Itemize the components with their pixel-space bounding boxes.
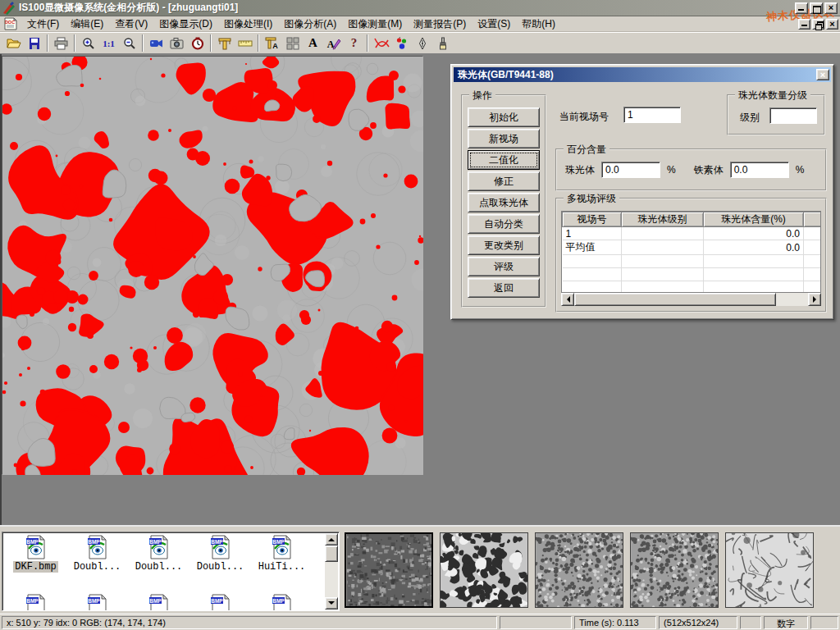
print-icon[interactable] xyxy=(51,34,71,52)
mdi-restore-button[interactable] xyxy=(812,19,824,30)
measure-text-icon[interactable]: A xyxy=(262,34,282,52)
actual-size-icon[interactable]: 1:1 xyxy=(98,34,119,52)
col-pearlite-grade[interactable]: 珠光体级别 xyxy=(622,212,704,227)
ferrite-percent-input[interactable]: 0.0 xyxy=(730,162,789,178)
thumbnail-image[interactable] xyxy=(345,532,433,608)
table-row[interactable]: 1 0.0 xyxy=(563,227,822,240)
file-item[interactable]: BMP DKF.bmp xyxy=(5,535,66,573)
pen-icon[interactable] xyxy=(412,34,432,52)
particle-classify-icon[interactable] xyxy=(391,34,412,52)
toolbar-separator xyxy=(74,34,75,52)
window-controls: × xyxy=(795,2,838,14)
camera-icon[interactable] xyxy=(167,34,187,52)
metallograph-image[interactable] xyxy=(2,57,423,475)
thumbnail-image[interactable] xyxy=(630,532,719,608)
save-icon[interactable] xyxy=(24,34,44,52)
svg-text:BMP: BMP xyxy=(211,598,223,604)
menu-image-measure[interactable]: 图像测量(M) xyxy=(342,16,408,32)
svg-text:BMP: BMP xyxy=(88,539,100,545)
menu-report[interactable]: 测量报告(P) xyxy=(408,16,472,32)
auto-classify-button[interactable]: 自动分类 xyxy=(468,214,540,234)
text-icon[interactable]: A xyxy=(303,34,323,52)
grade-input[interactable] xyxy=(769,107,817,124)
toolbar-separator xyxy=(258,34,259,52)
svg-text:BMP: BMP xyxy=(211,539,223,545)
dialog-close-button[interactable]: × xyxy=(816,69,829,80)
brush-icon[interactable] xyxy=(432,34,453,52)
menu-image-process[interactable]: 图像处理(I) xyxy=(218,16,278,32)
menu-view[interactable]: 查看(V) xyxy=(109,16,153,32)
mdi-window-controls: × xyxy=(798,19,838,30)
pick-pearlite-button[interactable]: 点取珠光体 xyxy=(468,193,540,212)
rating-table[interactable]: 视场号 珠光体级别 珠光体含量(%) 铁素体 1 0.0 平均值 0.0 xyxy=(561,211,821,293)
col-field-number[interactable]: 视场号 xyxy=(563,212,622,227)
grid-icon[interactable] xyxy=(282,34,303,52)
file-item[interactable]: BMP xyxy=(128,594,189,611)
new-field-button[interactable]: 新视场 xyxy=(468,129,540,148)
close-button[interactable]: × xyxy=(824,2,838,14)
thumbnail-image[interactable] xyxy=(440,532,528,608)
table-row xyxy=(563,281,822,294)
file-item[interactable]: BMP Doubl... xyxy=(66,535,128,573)
menu-settings[interactable]: 设置(S) xyxy=(472,16,516,32)
thumbnail-image[interactable] xyxy=(725,532,814,608)
col-pearlite-content[interactable]: 珠光体含量(%) xyxy=(704,212,804,227)
operations-group: 操作 初始化 新视场 二值化 修正 点取珠光体 自动分类 更改类别 评级 返回 xyxy=(461,94,546,308)
open-icon[interactable] xyxy=(3,34,24,52)
return-button[interactable]: 返回 xyxy=(468,278,540,298)
pearlite-percent-input[interactable]: 0.0 xyxy=(601,162,660,178)
toolbar-separator xyxy=(210,34,212,52)
caliper-icon[interactable] xyxy=(214,34,235,52)
file-item[interactable]: BMP xyxy=(5,594,66,611)
timer-icon[interactable] xyxy=(187,34,208,52)
ruler-icon[interactable] xyxy=(235,34,255,52)
file-item[interactable]: BMP xyxy=(66,594,128,611)
annotate-icon[interactable]: A xyxy=(323,34,344,52)
file-list[interactable]: BMP DKF.bmp BMP Doubl... xyxy=(2,532,340,611)
scrollbar-thumb[interactable] xyxy=(574,293,776,306)
thumbnail-image[interactable] xyxy=(535,532,623,608)
current-view-input[interactable]: 1 xyxy=(623,107,681,123)
init-button[interactable]: 初始化 xyxy=(468,107,540,127)
scrollbar-thumb[interactable] xyxy=(325,546,338,562)
dialog-title-bar[interactable]: 珠光体(GB/T9441-88) × xyxy=(454,67,831,82)
table-row[interactable]: 平均值 0.0 xyxy=(563,240,822,255)
file-list-scrollbar[interactable] xyxy=(325,533,338,609)
binarize-button[interactable]: 二值化 xyxy=(468,150,540,170)
menu-help[interactable]: 帮助(H) xyxy=(516,16,561,32)
correct-button[interactable]: 修正 xyxy=(468,171,540,191)
scroll-right-button[interactable] xyxy=(808,293,821,306)
maximize-button[interactable] xyxy=(810,2,823,14)
table-horizontal-scrollbar[interactable] xyxy=(561,293,821,306)
menu-image-analysis[interactable]: 图像分析(A) xyxy=(278,16,342,32)
operations-group-label: 操作 xyxy=(469,89,495,101)
menu-file[interactable]: 文件(F) xyxy=(21,16,65,32)
minimize-button[interactable] xyxy=(795,2,808,14)
file-item[interactable]: BMP Doubl... xyxy=(189,535,251,573)
mdi-close-button[interactable]: × xyxy=(826,19,838,30)
curve-tool-icon[interactable] xyxy=(371,34,391,52)
scroll-down-button[interactable] xyxy=(325,597,338,609)
svg-text:BMP: BMP xyxy=(272,539,285,545)
zoom-out-icon[interactable] xyxy=(119,34,139,52)
status-bar: x: 510 y: 79 idx: 0 RGB: (174, 174, 174)… xyxy=(0,614,840,630)
video-camera-icon[interactable] xyxy=(146,34,167,52)
mdi-workspace: 珠光体(GB/T9441-88) × 操作 初始化 新视场 二值化 修正 点取珠… xyxy=(0,54,840,525)
mdi-minimize-button[interactable] xyxy=(798,19,810,30)
col-ferrite[interactable]: 铁素体 xyxy=(804,212,822,227)
change-class-button[interactable]: 更改类别 xyxy=(468,235,540,255)
scroll-left-button[interactable] xyxy=(561,293,574,306)
toolbar-separator xyxy=(142,34,144,52)
zoom-in-icon[interactable] xyxy=(78,34,98,52)
menu-image-display[interactable]: 图像显示(D) xyxy=(153,16,218,32)
file-item[interactable]: BMP Doubl... xyxy=(128,535,189,573)
file-item[interactable]: BMP xyxy=(251,594,313,611)
grade-button[interactable]: 评级 xyxy=(468,257,540,276)
toolbar-separator xyxy=(367,34,368,52)
scroll-up-button[interactable] xyxy=(325,533,338,546)
grading-group-label: 珠光体数量分级 xyxy=(735,89,810,101)
file-item[interactable]: BMP xyxy=(189,594,251,611)
menu-edit[interactable]: 编辑(E) xyxy=(65,16,109,32)
file-item[interactable]: BMP HuiTi... xyxy=(251,535,313,573)
help-icon[interactable]: ? xyxy=(344,34,364,52)
